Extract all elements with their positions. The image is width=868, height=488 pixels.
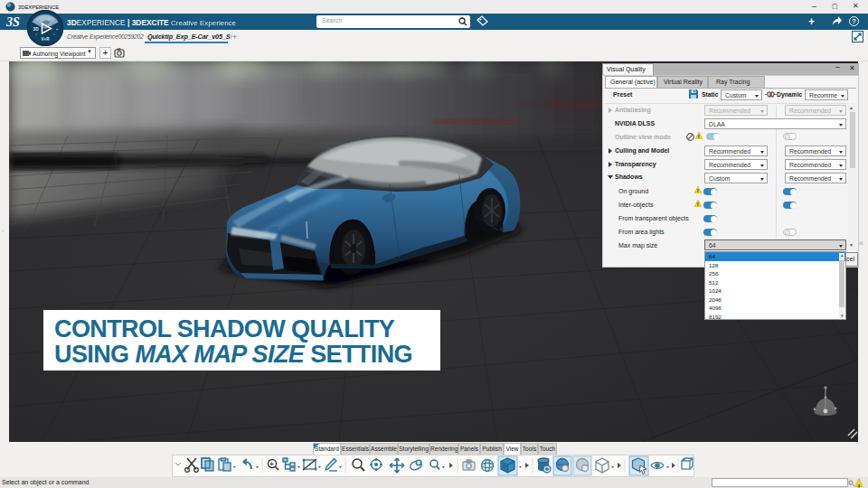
svg-text:+: + (56, 26, 59, 32)
svg-text:3D: 3D (33, 27, 40, 32)
svg-text:3S: 3S (5, 15, 20, 29)
svg-text:+: + (270, 461, 274, 467)
svg-text:V+R: V+R (42, 37, 51, 42)
